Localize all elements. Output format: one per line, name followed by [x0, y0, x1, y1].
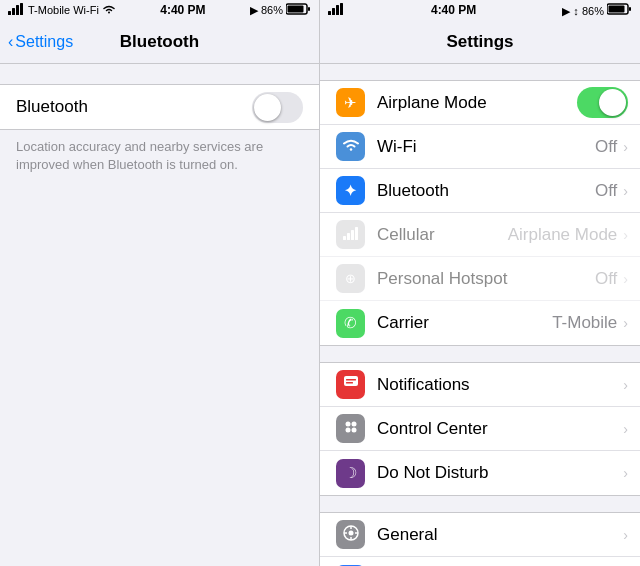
notifications-item[interactable]: Notifications › [320, 363, 640, 407]
svg-rect-5 [288, 6, 304, 13]
svg-rect-7 [328, 11, 331, 15]
right-battery-percent: 86% [582, 5, 604, 17]
notifications-icon [342, 374, 360, 395]
right-status-left [328, 3, 345, 17]
display-brightness-item[interactable]: AA Display & Brightness › [320, 557, 640, 566]
svg-rect-16 [351, 230, 354, 240]
airplane-mode-item[interactable]: ✈ Airplane Mode [320, 81, 640, 125]
control-center-item[interactable]: Control Center › [320, 407, 640, 451]
svg-point-24 [351, 427, 356, 432]
notifications-chevron: › [623, 377, 628, 393]
airplane-mode-label: Airplane Mode [377, 93, 577, 113]
notifications-group: Notifications › Control Center [320, 362, 640, 496]
bluetooth-value: Off [595, 181, 617, 201]
back-label: Settings [15, 33, 73, 51]
right-location-icon: ▶ [562, 5, 570, 17]
svg-point-26 [348, 530, 353, 535]
bluetooth-item[interactable]: ✦ Bluetooth Off › [320, 169, 640, 213]
cellular-label: Cellular [377, 225, 508, 245]
right-arrow-icon: ↕ [573, 5, 579, 17]
svg-point-23 [345, 427, 350, 432]
right-status-bar: 4:40 PM ▶ ↕ 86% [320, 0, 640, 20]
airplane-mode-toggle[interactable] [577, 87, 628, 118]
left-battery-area: ▶ 86% [250, 3, 311, 17]
hotspot-chevron: › [623, 271, 628, 287]
bluetooth-toggle[interactable] [252, 92, 303, 123]
bluetooth-nav-bar: ‹ Settings Bluetooth [0, 20, 319, 64]
bluetooth-description: Location accuracy and nearby services ar… [0, 130, 319, 186]
cellular-item: Cellular Airplane Mode › [320, 213, 640, 257]
control-center-icon-wrap [336, 414, 365, 443]
wifi-icon-wrap [336, 132, 365, 161]
general-icon-wrap [336, 520, 365, 549]
cellular-value: Airplane Mode [508, 225, 618, 245]
do-not-disturb-icon: ☽ [344, 464, 357, 482]
do-not-disturb-label: Do Not Disturb [377, 463, 623, 483]
svg-rect-19 [346, 379, 356, 381]
general-label: General [377, 525, 623, 545]
wifi-icon [342, 138, 360, 156]
hotspot-item: ⊕ Personal Hotspot Off › [320, 257, 640, 301]
bluetooth-row[interactable]: Bluetooth [0, 85, 319, 129]
toggle-thumb [254, 94, 281, 121]
bluetooth-title: Bluetooth [120, 32, 199, 52]
bluetooth-panel: T-Mobile Wi-Fi 4:40 PM ▶ 86% [0, 0, 320, 566]
svg-rect-6 [308, 7, 310, 11]
carrier-value: T-Mobile [552, 313, 617, 333]
carrier-item[interactable]: ✆ Carrier T-Mobile › [320, 301, 640, 345]
wifi-chevron: › [623, 139, 628, 155]
left-carrier-info: T-Mobile Wi-Fi [8, 3, 116, 17]
chevron-left-icon: ‹ [8, 33, 13, 51]
general-item[interactable]: General › [320, 513, 640, 557]
cellular-icon-wrap [336, 220, 365, 249]
svg-rect-1 [12, 8, 15, 15]
svg-rect-9 [336, 5, 339, 15]
hotspot-label: Personal Hotspot [377, 269, 595, 289]
airplane-mode-icon: ✈ [344, 94, 357, 112]
general-group: General › AA Display & Brightness › [320, 512, 640, 566]
control-center-chevron: › [623, 421, 628, 437]
left-time: 4:40 PM [160, 3, 205, 17]
svg-rect-3 [20, 3, 23, 15]
carrier-icon-wrap: ✆ [336, 309, 365, 338]
do-not-disturb-item[interactable]: ☽ Do Not Disturb › [320, 451, 640, 495]
airplane-toggle-thumb [599, 89, 626, 116]
hotspot-value: Off [595, 269, 617, 289]
wifi-item[interactable]: Wi-Fi Off › [320, 125, 640, 169]
bluetooth-chevron: › [623, 183, 628, 199]
svg-rect-18 [344, 376, 358, 386]
bluetooth-section: Bluetooth [0, 84, 319, 130]
back-button[interactable]: ‹ Settings [8, 33, 73, 51]
settings-list: ✈ Airplane Mode [320, 64, 640, 566]
cellular-icon [343, 226, 359, 244]
hotspot-icon: ⊕ [345, 271, 356, 286]
battery-percent: 86% [261, 4, 283, 16]
bluetooth-icon-wrap: ✦ [336, 176, 365, 205]
svg-rect-0 [8, 11, 11, 15]
carrier-label: Carrier [377, 313, 552, 333]
svg-rect-10 [340, 3, 343, 15]
airplane-mode-icon-wrap: ✈ [336, 88, 365, 117]
svg-rect-12 [608, 5, 624, 12]
settings-title: Settings [446, 32, 513, 52]
control-center-icon [342, 418, 360, 440]
svg-rect-14 [343, 236, 346, 240]
bluetooth-icon: ✦ [344, 182, 357, 200]
general-chevron: › [623, 527, 628, 543]
location-icon: ▶ [250, 4, 258, 17]
svg-rect-8 [332, 8, 335, 15]
svg-point-21 [345, 421, 350, 426]
notifications-icon-wrap [336, 370, 365, 399]
settings-nav-bar: Settings [320, 20, 640, 64]
do-not-disturb-icon-wrap: ☽ [336, 459, 365, 488]
bluetooth-settings-label: Bluetooth [377, 181, 595, 201]
right-battery-icon [607, 5, 632, 17]
left-status-bar: T-Mobile Wi-Fi 4:40 PM ▶ 86% [0, 0, 319, 20]
settings-panel: 4:40 PM ▶ ↕ 86% Settings ✈ [320, 0, 640, 566]
control-center-label: Control Center [377, 419, 623, 439]
do-not-disturb-chevron: › [623, 465, 628, 481]
cellular-chevron: › [623, 227, 628, 243]
svg-rect-13 [629, 7, 631, 11]
right-battery-area: ▶ ↕ 86% [562, 3, 632, 18]
signal-dots [8, 3, 25, 17]
